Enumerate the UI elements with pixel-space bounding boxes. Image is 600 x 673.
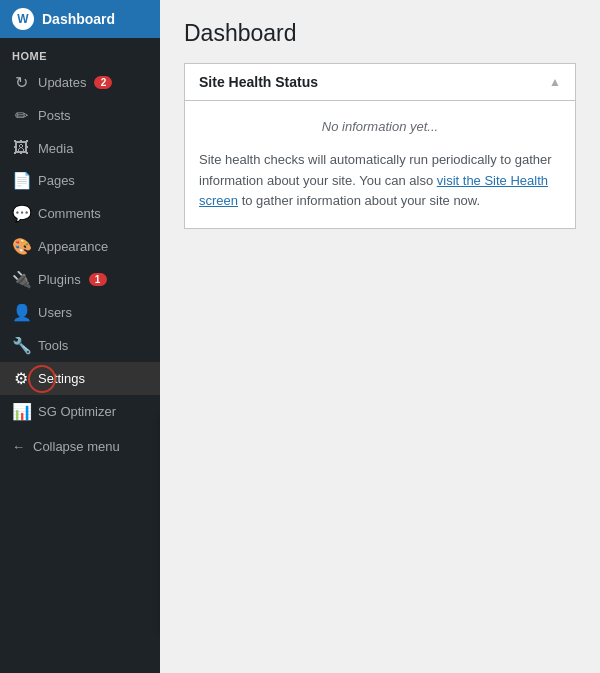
widget-title: Site Health Status [199, 74, 318, 90]
sidebar-item-pages[interactable]: 📄 Pages [0, 164, 160, 197]
wp-logo-letter: W [17, 12, 28, 26]
plugins-badge: 1 [89, 273, 107, 286]
sidebar-item-sg-optimizer[interactable]: 📊 SG Optimizer [0, 395, 160, 428]
sidebar-header-title: Dashboard [42, 11, 115, 27]
sidebar-item-posts[interactable]: ✏ Posts [0, 99, 160, 132]
sidebar-item-label: Appearance [38, 239, 108, 254]
sidebar-item-label: Tools [38, 338, 68, 353]
collapse-menu[interactable]: ← Collapse menu [0, 432, 160, 461]
sidebar-item-tools[interactable]: 🔧 Tools [0, 329, 160, 362]
cursor-ring [28, 365, 56, 393]
sidebar-item-label: Posts [38, 108, 71, 123]
media-icon: 🖼 [12, 139, 30, 157]
sidebar: W Dashboard Home ↻ Updates 2 ✏ Posts 🖼 M… [0, 0, 160, 673]
sidebar-item-label: SG Optimizer [38, 404, 116, 419]
widget-description: Site health checks will automatically ru… [199, 150, 561, 212]
plugins-icon: 🔌 [12, 270, 30, 289]
sidebar-item-comments[interactable]: 💬 Comments [0, 197, 160, 230]
home-section-label: Home [0, 38, 160, 66]
pages-icon: 📄 [12, 171, 30, 190]
updates-icon: ↻ [12, 73, 30, 92]
toggle-arrow-icon[interactable]: ▲ [549, 75, 561, 89]
sidebar-item-media[interactable]: 🖼 Media [0, 132, 160, 164]
sidebar-item-updates[interactable]: ↻ Updates 2 [0, 66, 160, 99]
widget-header[interactable]: Site Health Status ▲ [185, 64, 575, 101]
sg-optimizer-icon: 📊 [12, 402, 30, 421]
tools-icon: 🔧 [12, 336, 30, 355]
sidebar-item-users[interactable]: 👤 Users [0, 296, 160, 329]
collapse-label: Collapse menu [33, 439, 120, 454]
site-health-widget: Site Health Status ▲ No information yet.… [184, 63, 576, 229]
sidebar-item-settings[interactable]: ⚙ Settings [0, 362, 160, 395]
description-after: to gather information about your site no… [238, 193, 480, 208]
sidebar-item-label: Users [38, 305, 72, 320]
updates-label: Updates [38, 75, 86, 90]
sidebar-item-label: Pages [38, 173, 75, 188]
sidebar-item-label: Plugins [38, 272, 81, 287]
main-content: Dashboard Site Health Status ▲ No inform… [160, 0, 600, 673]
updates-badge: 2 [94, 76, 112, 89]
collapse-icon: ← [12, 439, 25, 454]
posts-icon: ✏ [12, 106, 30, 125]
comments-icon: 💬 [12, 204, 30, 223]
users-icon: 👤 [12, 303, 30, 322]
no-info-text: No information yet... [199, 117, 561, 138]
sidebar-item-label: Comments [38, 206, 101, 221]
page-title: Dashboard [184, 20, 576, 47]
sidebar-item-appearance[interactable]: 🎨 Appearance [0, 230, 160, 263]
sidebar-item-label: Media [38, 141, 73, 156]
widget-body: No information yet... Site health checks… [185, 101, 575, 228]
wordpress-icon: W [12, 8, 34, 30]
sidebar-header[interactable]: W Dashboard [0, 0, 160, 38]
sidebar-item-plugins[interactable]: 🔌 Plugins 1 [0, 263, 160, 296]
appearance-icon: 🎨 [12, 237, 30, 256]
